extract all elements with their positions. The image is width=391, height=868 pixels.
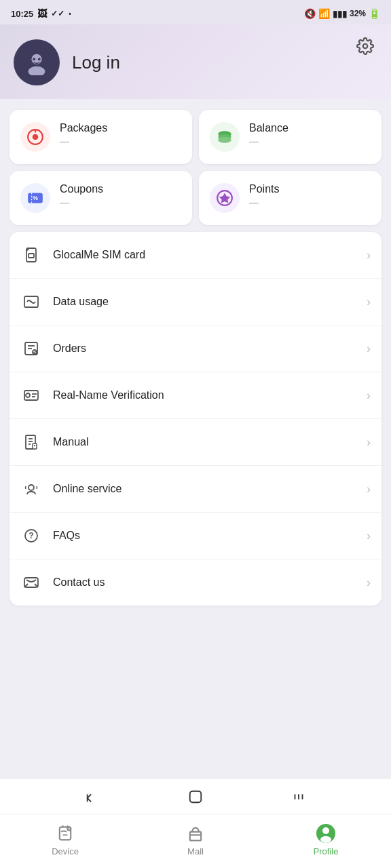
header-section: Log in: [0, 24, 391, 99]
nav-device[interactable]: Device: [0, 814, 130, 868]
contact-us-label: Contact us: [53, 576, 356, 589]
balance-title: Balance: [249, 122, 288, 134]
battery-text: 32%: [350, 9, 366, 18]
cards-section: Packages — Balance —: [0, 99, 391, 225]
packages-card[interactable]: Packages —: [10, 110, 192, 164]
sim-card-chevron: ›: [367, 248, 371, 262]
manual-chevron: ›: [367, 435, 371, 450]
orders-chevron: ›: [367, 342, 371, 356]
menu-item-real-name[interactable]: Real-Name Verification ›: [10, 372, 381, 419]
online-service-icon: [20, 478, 42, 500]
profile-nav-icon: [316, 823, 336, 844]
profile-row[interactable]: Log in: [14, 39, 377, 85]
svg-point-48: [322, 827, 329, 834]
svg-rect-21: [24, 391, 38, 400]
packages-value: —: [60, 136, 107, 146]
svg-point-3: [33, 58, 35, 60]
nav-profile[interactable]: Profile: [261, 814, 391, 868]
svg-marker-14: [219, 193, 230, 203]
svg-rect-16: [29, 254, 34, 258]
real-name-icon: [20, 384, 42, 406]
home-gesture-btn[interactable]: [183, 785, 208, 809]
avatar[interactable]: [14, 39, 60, 85]
mall-nav-icon: [185, 823, 206, 844]
orders-icon: [20, 338, 42, 359]
data-usage-label: Data usage: [53, 296, 356, 308]
coupons-title: Coupons: [60, 183, 103, 195]
status-time: 10:25 🖼 ✓✓ •: [11, 8, 71, 19]
signal-icon: ▮▮▮: [333, 9, 347, 19]
menu-item-faqs[interactable]: ? FAQs ›: [10, 513, 381, 559]
svg-point-22: [26, 393, 30, 397]
cards-grid: Packages — Balance —: [10, 110, 381, 225]
svg-point-4: [38, 58, 41, 60]
manual-icon: [20, 431, 42, 453]
svg-text:%: %: [33, 195, 38, 201]
data-usage-chevron: ›: [367, 295, 371, 309]
menu-item-online-service[interactable]: Online service ›: [10, 466, 381, 513]
svg-rect-45: [190, 832, 201, 841]
device-nav-icon: [55, 823, 75, 844]
nav-mall[interactable]: Mall: [130, 814, 261, 868]
menu-item-contact-us[interactable]: Contact us ›: [10, 559, 381, 606]
real-name-label: Real-Name Verification: [53, 389, 356, 401]
orders-label: Orders: [53, 342, 356, 355]
real-name-chevron: ›: [367, 389, 371, 403]
wifi-icon: 📶: [318, 8, 330, 19]
sim-card-label: GlocalMe SIM card: [53, 249, 356, 261]
gesture-bar: [0, 778, 391, 814]
settings-button[interactable]: [353, 34, 377, 58]
svg-point-0: [363, 44, 368, 49]
profile-nav-label: Profile: [314, 846, 339, 856]
online-service-label: Online service: [53, 483, 356, 495]
status-icons: 🔇 📶 ▮▮▮ 32% 🔋: [304, 8, 380, 19]
balance-value: —: [249, 136, 288, 146]
manual-label: Manual: [53, 436, 356, 448]
battery-icon: 🔋: [369, 8, 380, 19]
mute-icon: 🔇: [304, 8, 316, 19]
points-title: Points: [249, 183, 279, 195]
svg-point-10: [218, 137, 231, 143]
balance-icon-bg: [210, 122, 240, 152]
contact-us-icon: [20, 572, 42, 593]
status-bar: 10:25 🖼 ✓✓ • 🔇 📶 ▮▮▮ 32% 🔋: [0, 0, 391, 24]
recents-gesture-btn[interactable]: [286, 785, 311, 809]
contact-us-chevron: ›: [367, 576, 371, 590]
svg-rect-26: [33, 443, 37, 449]
packages-icon-bg: [20, 122, 50, 152]
back-gesture-btn[interactable]: [80, 785, 105, 809]
coupons-icon-bg: %: [20, 183, 50, 213]
points-value: —: [249, 197, 279, 208]
svg-rect-36: [190, 791, 202, 802]
coupons-card[interactable]: % Coupons —: [10, 171, 192, 225]
online-service-chevron: ›: [367, 482, 371, 496]
svg-point-27: [29, 485, 34, 490]
login-label[interactable]: Log in: [72, 52, 120, 73]
faqs-label: FAQs: [53, 530, 356, 542]
svg-point-2: [29, 66, 45, 75]
balance-card[interactable]: Balance —: [199, 110, 381, 164]
sim-card-icon: [20, 244, 42, 266]
faqs-chevron: ›: [367, 529, 371, 543]
menu-item-data-usage[interactable]: Data usage ›: [10, 279, 381, 326]
mall-nav-label: Mall: [187, 846, 204, 856]
points-card[interactable]: Points —: [199, 171, 381, 225]
svg-point-6: [33, 134, 39, 140]
data-usage-icon: [20, 291, 42, 313]
device-nav-label: Device: [52, 846, 79, 856]
svg-point-49: [320, 836, 331, 843]
points-icon-bg: [210, 183, 240, 213]
coupons-value: —: [60, 197, 103, 208]
menu-section: GlocalMe SIM card › Data usage ›: [10, 232, 381, 606]
packages-title: Packages: [60, 122, 107, 134]
menu-item-orders[interactable]: Orders ›: [10, 326, 381, 372]
faqs-icon: ?: [20, 525, 42, 547]
menu-item-sim-card[interactable]: GlocalMe SIM card ›: [10, 232, 381, 279]
svg-text:?: ?: [29, 531, 33, 540]
bottom-nav: Device Mall Profile: [0, 814, 391, 868]
menu-item-manual[interactable]: Manual ›: [10, 419, 381, 466]
